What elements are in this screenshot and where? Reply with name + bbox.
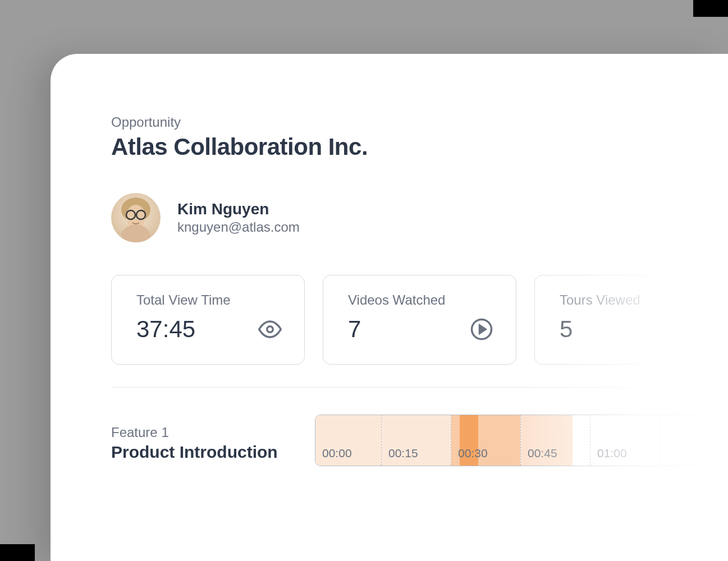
avatar <box>111 193 161 242</box>
timeline-cell: 00:45 <box>521 415 590 466</box>
timeline-tick: 01:00 <box>597 447 627 460</box>
timeline-cell <box>660 415 728 466</box>
svg-point-7 <box>267 327 273 333</box>
stat-value: 5 <box>560 316 573 343</box>
stat-label: Videos Watched <box>348 292 498 308</box>
contact-email: knguyen@atlas.com <box>177 219 300 235</box>
stat-value: 7 <box>348 316 361 343</box>
eye-icon <box>258 318 282 341</box>
stat-label: Total View Time <box>136 292 286 308</box>
play-icon <box>470 318 493 341</box>
stat-label: Tours Viewed <box>560 292 709 308</box>
timeline-cell: 01:00 <box>590 415 660 466</box>
svg-marker-9 <box>480 325 486 333</box>
timeline-tick: 00:30 <box>458 447 488 460</box>
timeline-tick: 00:45 <box>528 447 557 460</box>
timeline-cell: 00:15 <box>382 415 451 466</box>
timeline-tick: 00:00 <box>322 447 352 460</box>
divider <box>111 387 664 388</box>
stats-row: Total View Time 37:45 Videos Watched 7 <box>111 275 728 365</box>
stat-value: 37:45 <box>136 316 195 343</box>
feature-eyebrow: Feature 1 <box>111 425 315 440</box>
stat-card-videos-watched: Videos Watched 7 <box>323 275 516 365</box>
engagement-timeline[interactable]: 00:00 00:15 00:30 00:45 01:00 <box>315 415 728 466</box>
opportunity-card: Opportunity Atlas Collaboration Inc. <box>51 54 728 561</box>
feature-row: Feature 1 Product Introduction 00:00 00:… <box>111 415 728 466</box>
opportunity-title: Atlas Collaboration Inc. <box>111 134 728 160</box>
eyebrow-label: Opportunity <box>111 114 728 130</box>
contact-row: Kim Nguyen knguyen@atlas.com <box>111 193 728 242</box>
contact-name: Kim Nguyen <box>177 200 300 218</box>
stat-card-total-view-time: Total View Time 37:45 <box>111 275 305 365</box>
timeline-cell: 00:00 <box>315 415 382 466</box>
feature-title: Product Introduction <box>111 443 315 462</box>
timeline-tick: 00:15 <box>388 447 418 460</box>
stat-card-tours-viewed: Tours Viewed 5 <box>534 275 728 365</box>
